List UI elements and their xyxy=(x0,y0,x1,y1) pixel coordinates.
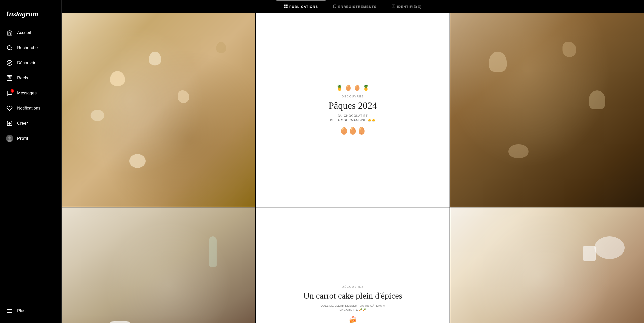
sidebar-item-label: Notifications xyxy=(17,106,41,111)
sidebar-item-reels[interactable]: Reels xyxy=(3,71,58,85)
sidebar-item-label: Plus xyxy=(17,308,25,313)
sidebar-item-creer[interactable]: Créer xyxy=(3,116,58,130)
grid-icon xyxy=(284,5,288,9)
sidebar-item-label: Profil xyxy=(17,136,28,141)
bookmark-icon xyxy=(333,5,336,9)
svg-rect-23 xyxy=(392,5,395,8)
hamburger-icon xyxy=(6,307,13,314)
heart-icon xyxy=(6,105,13,112)
svg-rect-22 xyxy=(286,7,288,8)
card-subtitle: DU CHOCOLAT ETDE LA GOURMANDISE 🐣🐣 xyxy=(330,114,376,123)
sidebar-item-messages[interactable]: 2 Messages xyxy=(3,86,58,100)
sidebar-item-profil[interactable]: Profil xyxy=(3,131,58,146)
messenger-icon: 2 xyxy=(6,90,13,97)
tab-publications[interactable]: Publications xyxy=(276,0,326,13)
card-discover: DÉCOUVREZ xyxy=(342,285,364,288)
post-1[interactable] xyxy=(62,13,255,207)
svg-point-24 xyxy=(393,6,394,7)
tab-identifie[interactable]: Identifié(e) xyxy=(384,0,429,13)
svg-point-7 xyxy=(8,76,9,77)
svg-point-2 xyxy=(7,60,12,65)
sidebar-item-decouvrir[interactable]: Découvrir xyxy=(3,56,58,70)
svg-point-9 xyxy=(11,76,11,77)
card-title: Pâques 2024 xyxy=(329,100,377,112)
card-emoji: 🍰 xyxy=(349,315,357,323)
tab-label: Publications xyxy=(289,5,318,9)
search-icon xyxy=(6,44,13,51)
tab-enregistrements[interactable]: Enregistrements xyxy=(326,0,384,13)
card-discover: DÉCOUVREZ xyxy=(342,95,364,98)
sidebar-item-label: Reels xyxy=(17,76,28,81)
instagram-logo[interactable]: Instagram xyxy=(3,5,58,26)
posts-grid: 🍍 🥚 🥚 🍍 DÉCOUVREZ Pâques 2024 DU CHOCOLA… xyxy=(62,13,644,323)
svg-point-5 xyxy=(9,77,10,79)
sidebar-item-notifications[interactable]: Notifications xyxy=(3,101,58,115)
svg-rect-19 xyxy=(284,5,286,6)
post-5[interactable]: DÉCOUVREZ Un carrot cake plein d'épices … xyxy=(256,207,450,323)
sidebar-item-recherche[interactable]: Recherche xyxy=(3,41,58,55)
reels-icon xyxy=(6,75,13,82)
tab-label: Enregistrements xyxy=(338,5,377,9)
sidebar-nav: Accueil Recherche Découvrir xyxy=(3,26,58,304)
post-3[interactable] xyxy=(450,13,644,207)
svg-rect-21 xyxy=(284,7,286,8)
post-6[interactable] xyxy=(450,207,644,323)
tag-icon xyxy=(392,5,395,9)
svg-point-8 xyxy=(9,76,10,77)
avatar xyxy=(6,135,13,142)
messages-badge: 2 xyxy=(10,89,15,93)
tab-label: Identifié(e) xyxy=(397,5,422,9)
main-content: Publications Enregistrements Identifié(e… xyxy=(62,0,644,323)
sidebar-item-plus[interactable]: Plus xyxy=(3,304,58,318)
plus-square-icon xyxy=(6,120,13,127)
svg-point-14 xyxy=(8,136,11,139)
post-4[interactable] xyxy=(62,207,255,323)
svg-line-1 xyxy=(11,49,12,50)
sidebar-item-label: Recherche xyxy=(17,45,38,50)
sidebar-item-label: Découvrir xyxy=(17,60,35,65)
sidebar: Instagram Accueil Recherche xyxy=(0,0,62,323)
profile-tabs: Publications Enregistrements Identifié(e… xyxy=(62,0,644,13)
card-emoji: 🥚🥚🥚 xyxy=(340,127,366,135)
card-title: Un carrot cake plein d'épices xyxy=(303,290,402,301)
sidebar-item-label: Messages xyxy=(17,91,36,96)
sidebar-item-label: Accueil xyxy=(17,30,31,35)
svg-marker-3 xyxy=(9,62,11,64)
svg-rect-20 xyxy=(286,5,288,6)
home-icon xyxy=(6,29,13,36)
sidebar-item-accueil[interactable]: Accueil xyxy=(3,26,58,40)
compass-icon xyxy=(6,59,13,66)
post-2[interactable]: 🍍 🥚 🥚 🍍 DÉCOUVREZ Pâques 2024 DU CHOCOLA… xyxy=(256,13,450,207)
card-subtitle: QUEL MEILLEUR DESSERT QU'UN GÂTEAU ÀLA C… xyxy=(320,304,385,312)
sidebar-item-label: Créer xyxy=(17,121,28,126)
